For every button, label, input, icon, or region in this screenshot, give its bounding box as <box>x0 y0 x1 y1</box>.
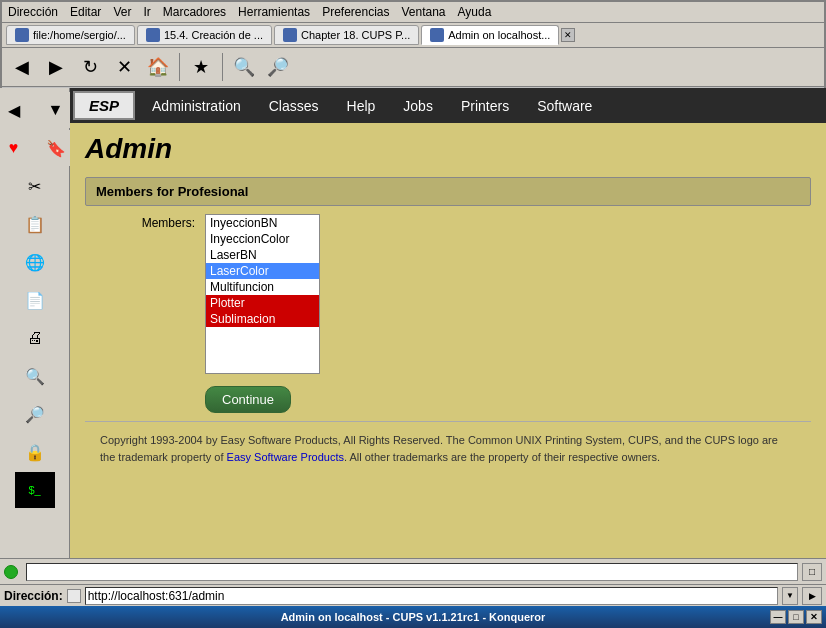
toolbar: ◀ ▶ ↻ ✕ 🏠 ★ 🔍 🔎 <box>2 48 824 87</box>
address-input[interactable] <box>85 587 778 605</box>
menubar: Dirección Editar Ver Ir Marcadores Herra… <box>2 2 824 23</box>
tab-1-icon <box>15 28 29 42</box>
section-header: Members for Profesional <box>85 177 811 206</box>
address-icon <box>67 589 81 603</box>
minimize-btn[interactable]: — <box>770 610 786 624</box>
tab-3[interactable]: Chapter 18. CUPS P... <box>274 25 419 45</box>
titlebar-controls: — □ ✕ <box>770 610 822 624</box>
menu-marcadores[interactable]: Marcadores <box>163 5 226 19</box>
toolbar-separator-1 <box>179 53 180 81</box>
tab-3-icon <box>283 28 297 42</box>
sidebar-btn-6[interactable]: 📋 <box>15 206 55 242</box>
bookmark-button[interactable]: ★ <box>185 51 217 83</box>
page-title: Admin <box>85 133 811 165</box>
maximize-btn[interactable]: □ <box>788 610 804 624</box>
sidebar-btn-12[interactable]: 🔒 <box>15 434 55 470</box>
sidebar-btn-5[interactable]: ✂ <box>15 168 55 204</box>
members-form-row: Members: InyeccionBN InyeccionColor Lase… <box>85 214 811 374</box>
tab-2-label: 15.4. Creación de ... <box>164 29 263 41</box>
nav-administration[interactable]: Administration <box>138 92 255 120</box>
sidebar-btn-10[interactable]: 🔍 <box>15 358 55 394</box>
home-button[interactable]: 🏠 <box>142 51 174 83</box>
list-item-4[interactable]: Multifuncion <box>206 279 319 295</box>
footer-link[interactable]: Easy Software Products <box>227 451 344 463</box>
stop-button[interactable]: ✕ <box>108 51 140 83</box>
zoom-in-button[interactable]: 🔍 <box>228 51 260 83</box>
tab-2-icon <box>146 28 160 42</box>
menu-ayuda[interactable]: Ayuda <box>458 5 492 19</box>
menu-ir[interactable]: Ir <box>143 5 150 19</box>
nav-printers[interactable]: Printers <box>447 92 523 120</box>
sidebar: ◀ ▼ ♥ 🔖 ✂ 📋 🌐 📄 🖨 🔍 🔎 🔒 $_ <box>0 88 70 578</box>
tab-4[interactable]: Admin on localhost... <box>421 25 559 45</box>
statusbar: □ <box>0 558 826 584</box>
cups-navbar: ESP Administration Classes Help Jobs Pri… <box>70 88 826 123</box>
tab-1[interactable]: file:/home/sergio/... <box>6 25 135 45</box>
members-label: Members: <box>95 214 205 230</box>
tab-1-label: file:/home/sergio/... <box>33 29 126 41</box>
nav-jobs[interactable]: Jobs <box>389 92 447 120</box>
tab-4-icon <box>430 28 444 42</box>
tab-2[interactable]: 15.4. Creación de ... <box>137 25 272 45</box>
list-item-1[interactable]: InyeccionColor <box>206 231 319 247</box>
sidebar-btn-7[interactable]: 🌐 <box>15 244 55 280</box>
menu-ver[interactable]: Ver <box>113 5 131 19</box>
tab-close-btn[interactable]: ✕ <box>561 28 575 42</box>
menu-ventana[interactable]: Ventana <box>402 5 446 19</box>
sidebar-btn-1[interactable]: ◀ <box>0 92 34 128</box>
window-title: Admin on localhost - CUPS v1.1.21rc1 - K… <box>281 611 546 623</box>
sidebar-pair-2: ♥ 🔖 <box>0 130 76 166</box>
menu-herramientas[interactable]: Herramientas <box>238 5 310 19</box>
forward-button[interactable]: ▶ <box>40 51 72 83</box>
main-content: ESP Administration Classes Help Jobs Pri… <box>70 88 826 578</box>
members-listbox[interactable]: InyeccionBN InyeccionColor LaserBN Laser… <box>205 214 320 374</box>
sidebar-btn-3[interactable]: ♥ <box>0 130 34 166</box>
menu-editar[interactable]: Editar <box>70 5 101 19</box>
sidebar-btn-terminal[interactable]: $_ <box>15 472 55 508</box>
sidebar-pair-1: ◀ ▼ <box>0 92 76 128</box>
tab-3-label: Chapter 18. CUPS P... <box>301 29 410 41</box>
admin-area: Admin Members for Profesional Members: I… <box>70 123 826 485</box>
nav-software[interactable]: Software <box>523 92 606 120</box>
cups-esp-logo: ESP <box>73 91 135 120</box>
menu-preferencias[interactable]: Preferencias <box>322 5 389 19</box>
nav-help[interactable]: Help <box>333 92 390 120</box>
nav-classes[interactable]: Classes <box>255 92 333 120</box>
list-item-6[interactable]: Sublimacion <box>206 311 319 327</box>
list-item-0[interactable]: InyeccionBN <box>206 215 319 231</box>
footer-text-2: . All other trademarks are the property … <box>344 451 660 463</box>
continue-btn-row: Continue <box>85 380 811 413</box>
status-indicator <box>4 565 18 579</box>
tabbar: file:/home/sergio/... 15.4. Creación de … <box>2 23 824 48</box>
address-dropdown[interactable]: ▼ <box>782 587 798 605</box>
tab-4-label: Admin on localhost... <box>448 29 550 41</box>
list-item-2[interactable]: LaserBN <box>206 247 319 263</box>
addressbar: Dirección: ▼ ▶ <box>0 584 826 606</box>
list-item-5[interactable]: Plotter <box>206 295 319 311</box>
sidebar-btn-8[interactable]: 📄 <box>15 282 55 318</box>
footer-text: Copyright 1993-2004 by Easy Software Pro… <box>85 421 811 475</box>
back-button[interactable]: ◀ <box>6 51 38 83</box>
close-btn[interactable]: ✕ <box>806 610 822 624</box>
continue-button[interactable]: Continue <box>205 386 291 413</box>
statusbar-expand[interactable]: □ <box>802 563 822 581</box>
titlebar: Admin on localhost - CUPS v1.1.21rc1 - K… <box>0 606 826 628</box>
zoom-out-button[interactable]: 🔎 <box>262 51 294 83</box>
menu-direccion[interactable]: Dirección <box>8 5 58 19</box>
toolbar-separator-2 <box>222 53 223 81</box>
progress-area <box>26 563 798 581</box>
sidebar-btn-11[interactable]: 🔎 <box>15 396 55 432</box>
reload-button[interactable]: ↻ <box>74 51 106 83</box>
address-go-btn[interactable]: ▶ <box>802 587 822 605</box>
address-label: Dirección: <box>4 589 63 603</box>
list-item-3[interactable]: LaserColor <box>206 263 319 279</box>
sidebar-btn-9[interactable]: 🖨 <box>15 320 55 356</box>
